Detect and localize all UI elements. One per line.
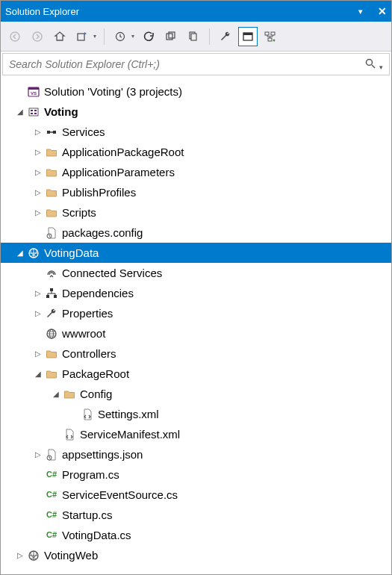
show-all-files-button[interactable]	[184, 27, 203, 46]
tree-item-label: Solution 'Voting' (3 projects)	[44, 85, 182, 99]
tree-item[interactable]: ▷PublishProfiles	[1, 182, 391, 202]
collapse-all-button[interactable]	[161, 27, 181, 46]
search-bar[interactable]: ▾	[2, 53, 390, 75]
svg-rect-22	[47, 131, 50, 134]
cs-icon: C#	[44, 468, 59, 482]
tree-item[interactable]: ▷ApplicationParameters	[1, 162, 391, 182]
toolbar: ▾ ▾	[1, 22, 391, 52]
config-icon	[44, 226, 59, 240]
svg-rect-17	[29, 108, 38, 116]
tree-item[interactable]: ▷Scripts	[1, 202, 391, 223]
tree-item-label: appsettings.json	[62, 448, 143, 461]
tree-item-label: ServiceManifest.xml	[80, 428, 180, 441]
tree-item[interactable]: ◢Voting	[1, 102, 391, 122]
svg-rect-5	[169, 32, 175, 38]
svg-rect-28	[54, 295, 57, 298]
tree-item[interactable]: ◢VotingData	[1, 243, 391, 263]
forward-button[interactable]	[28, 27, 47, 46]
search-icon[interactable]: ▾	[364, 58, 383, 72]
connected-icon	[44, 267, 59, 280]
search-input[interactable]	[9, 58, 364, 70]
collapse-icon[interactable]: ◢	[32, 368, 44, 380]
collapse-icon[interactable]: ◢	[14, 106, 26, 118]
tree-item-label: PackageRoot	[62, 367, 129, 381]
svg-rect-12	[268, 38, 272, 41]
expand-icon[interactable]: ▷	[32, 126, 44, 138]
tree-item-label: Scripts	[62, 206, 96, 220]
tree-item-label: Startup.cs	[62, 509, 113, 522]
tree-item[interactable]: ◢Config	[1, 384, 391, 404]
dropdown-icon[interactable]: ▾	[93, 33, 96, 40]
tree-item[interactable]: ▷VotingWeb	[1, 545, 391, 565]
tree-item-label: VotingData	[44, 246, 99, 260]
svg-rect-20	[31, 113, 33, 114]
tree-item-label: Properties	[62, 307, 113, 320]
dropdown-icon[interactable]: ▾	[131, 33, 134, 40]
tree-item-label: Program.cs	[62, 468, 119, 482]
xml-icon	[62, 428, 77, 441]
expand-icon[interactable]: ▷	[32, 449, 44, 461]
tree-item[interactable]: ▷ApplicationPackageRoot	[1, 142, 391, 162]
sfproj-icon	[26, 105, 41, 119]
expand-icon[interactable]: ▷	[32, 207, 44, 219]
tree-item[interactable]: ▷VSSolution 'Voting' (3 projects)	[1, 81, 391, 102]
svg-rect-21	[34, 113, 37, 114]
close-icon[interactable]: ✕	[378, 5, 387, 17]
view-class-diagram-button[interactable]	[261, 27, 280, 46]
svg-rect-18	[31, 110, 33, 111]
svg-text:VS: VS	[31, 91, 37, 96]
xml-icon	[80, 408, 95, 421]
tree-item[interactable]: ▷wwwroot	[1, 323, 391, 344]
tree-item-label: Settings.xml	[98, 408, 159, 421]
tree-item-label: Voting	[44, 105, 78, 119]
home-button[interactable]	[50, 27, 69, 46]
expand-icon[interactable]: ▷	[32, 146, 44, 158]
cs-icon: C#	[44, 488, 59, 502]
tree-item[interactable]: ▷Services	[1, 122, 391, 142]
tree-item[interactable]: ▷Controllers	[1, 344, 391, 364]
tree-item[interactable]: ▷C#Program.cs	[1, 464, 391, 485]
tree-item-label: VotingWeb	[44, 549, 98, 562]
folder-icon	[44, 166, 59, 179]
folder-icon	[44, 347, 59, 361]
tree-item[interactable]: ▷Properties	[1, 303, 391, 323]
tree-item-label: Connected Services	[62, 267, 162, 280]
expand-icon[interactable]: ▷	[14, 550, 26, 562]
expand-icon[interactable]: ▷	[32, 187, 44, 199]
tree-item[interactable]: ▷ServiceManifest.xml	[1, 424, 391, 444]
svg-rect-4	[167, 34, 172, 40]
tree-item-label: ServiceEventSource.cs	[62, 488, 178, 502]
expand-icon[interactable]: ▷	[32, 308, 44, 320]
tree-item[interactable]: ◢PackageRoot	[1, 364, 391, 384]
tree-item[interactable]: ▷C#ServiceEventSource.cs	[1, 485, 391, 505]
history-button[interactable]	[111, 27, 130, 46]
properties-button[interactable]	[216, 27, 235, 46]
collapse-icon[interactable]: ◢	[14, 247, 26, 259]
svg-rect-15	[28, 87, 39, 90]
tree-item[interactable]: ▷Settings.xml	[1, 404, 391, 424]
preview-button[interactable]	[238, 27, 258, 46]
svg-rect-7	[191, 34, 196, 40]
collapse-icon[interactable]: ◢	[50, 388, 62, 400]
refresh-button[interactable]	[139, 27, 158, 46]
tree-item[interactable]: ▷Dependencies	[1, 283, 391, 303]
services-icon	[44, 125, 59, 139]
svg-rect-2	[78, 34, 84, 40]
sync-button[interactable]	[72, 27, 92, 46]
tree-item[interactable]: ▷C#VotingData.cs	[1, 525, 391, 545]
tree-item[interactable]: ▷C#Startup.cs	[1, 505, 391, 525]
deps-icon	[44, 287, 59, 300]
back-button[interactable]	[5, 27, 25, 46]
svg-rect-27	[46, 295, 49, 298]
json-icon	[44, 448, 59, 461]
expand-icon[interactable]: ▷	[32, 167, 44, 178]
solution-tree[interactable]: ▷VSSolution 'Voting' (3 projects)◢Voting…	[1, 77, 391, 570]
wrench-icon	[44, 307, 59, 320]
expand-icon[interactable]: ▷	[32, 288, 44, 299]
tree-item[interactable]: ▷packages.config	[1, 223, 391, 243]
tree-item[interactable]: ▷Connected Services	[1, 263, 391, 283]
tree-item-label: ApplicationParameters	[62, 166, 175, 179]
expand-icon[interactable]: ▷	[32, 348, 44, 360]
tree-item[interactable]: ▷appsettings.json	[1, 444, 391, 464]
window-dropdown-icon[interactable]: ▾	[358, 7, 363, 16]
